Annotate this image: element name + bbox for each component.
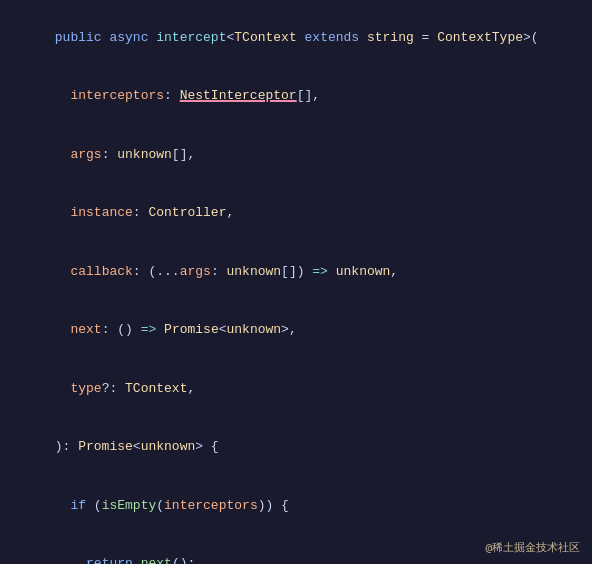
code-line-6: next: () => Promise<unknown>, xyxy=(0,301,592,360)
code-line-2: interceptors: NestInterceptor[], xyxy=(0,67,592,126)
code-line-1: public async intercept<TContext extends … xyxy=(0,8,592,67)
code-line-4: instance: Controller, xyxy=(0,184,592,243)
code-line-5: callback: (...args: unknown[]) => unknow… xyxy=(0,242,592,301)
code-editor: public async intercept<TContext extends … xyxy=(0,0,592,564)
code-line-8: ): Promise<unknown> { xyxy=(0,418,592,477)
code-line-7: type?: TContext, xyxy=(0,359,592,418)
watermark: @稀土掘金技术社区 xyxy=(485,540,580,557)
code-line-3: args: unknown[], xyxy=(0,125,592,184)
code-line-9: if (isEmpty(interceptors)) { xyxy=(0,476,592,535)
